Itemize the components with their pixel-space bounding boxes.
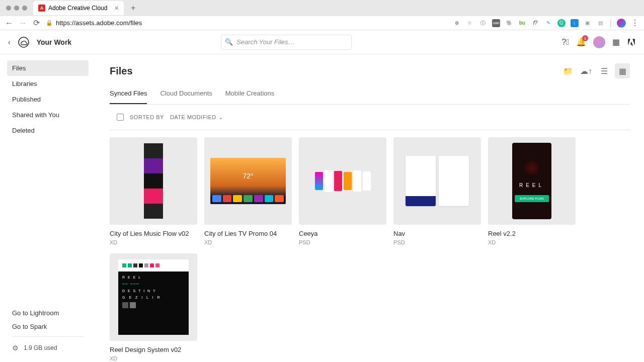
file-type: XD: [204, 239, 292, 245]
header-title: Your Work: [37, 38, 72, 46]
header-actions: ?⃝ 🔔1 ▦: [561, 36, 636, 48]
file-type: PSD: [393, 239, 481, 245]
adobe-logo-icon[interactable]: [627, 38, 636, 47]
creative-cloud-logo-icon: [18, 36, 30, 48]
file-card[interactable]: REELEXPLORE FILMS Reel v2.2 XD: [488, 137, 576, 245]
sidebar-item-deleted[interactable]: Deleted: [7, 123, 89, 138]
extension-1-icon[interactable]: 1680: [492, 19, 500, 27]
sort-label: SORTED BY: [130, 114, 164, 120]
sort-value-text: DATE MODIFIED: [170, 114, 216, 120]
extension-7-icon[interactable]: ▤: [597, 19, 605, 27]
tab-mobile-creations[interactable]: Mobile Creations: [225, 85, 275, 104]
forward-button[interactable]: →: [19, 19, 27, 28]
url-input[interactable]: 🔒 https://assets.adobe.com/files: [46, 19, 447, 27]
address-bar: ← → ⟳ 🔒 https://assets.adobe.com/files ⊕…: [0, 16, 644, 30]
file-thumbnail: [204, 137, 292, 225]
sidebar: Files Libraries Published Shared with Yo…: [0, 54, 96, 362]
browser-tab-bar: A Adobe Creative Cloud × +: [0, 0, 644, 16]
file-card[interactable]: City of Lies TV Promo 04 XD: [204, 137, 292, 245]
help-icon[interactable]: ?⃝: [561, 38, 569, 47]
search-input[interactable]: [221, 35, 352, 50]
sort-dropdown[interactable]: DATE MODIFIED ⌄: [170, 114, 223, 121]
tab-cloud-documents[interactable]: Cloud Documents: [160, 85, 212, 104]
file-card[interactable]: Ceeya PSD: [299, 137, 386, 245]
file-name: City of Lies Music Flow v02: [110, 230, 197, 237]
minimize-window-icon[interactable]: [14, 6, 19, 11]
sidebar-item-files[interactable]: Files: [7, 60, 89, 76]
info-icon[interactable]: ⓘ: [479, 19, 487, 27]
file-name: Ceeya: [299, 230, 386, 237]
extension-2-icon[interactable]: bu: [518, 19, 526, 27]
browser-tab[interactable]: A Adobe Creative Cloud ×: [33, 1, 124, 15]
file-thumbnail: R E E L━━ ━━━D E S T I N YG E Z I L I R: [110, 253, 197, 341]
reload-button[interactable]: ⟳: [33, 18, 40, 28]
upload-icon[interactable]: ☁︎↑: [579, 63, 594, 78]
tab-label: Mobile Creations: [225, 89, 275, 97]
notifications-icon[interactable]: 🔔1: [576, 37, 586, 47]
sidebar-link-spark[interactable]: Go to Spark: [7, 320, 89, 333]
back-chevron-icon[interactable]: ‹: [8, 38, 11, 46]
browser-menu-icon[interactable]: ⋮: [631, 18, 639, 28]
file-type: PSD: [299, 239, 386, 245]
folder-icon[interactable]: 📁: [560, 63, 576, 78]
file-card[interactable]: Nav PSD: [393, 137, 481, 245]
sidebar-item-libraries[interactable]: Libraries: [7, 76, 89, 92]
link-label: Go to Spark: [12, 323, 47, 330]
file-name: City of Lies TV Promo 04: [204, 230, 292, 237]
lock-icon: 🔒: [46, 20, 53, 26]
file-card[interactable]: City of Lies Music Flow v02 XD: [110, 137, 197, 245]
file-thumbnail: [299, 137, 386, 225]
tab-label: Cloud Documents: [160, 89, 212, 97]
sidebar-label: Files: [12, 64, 26, 72]
list-view-icon[interactable]: ☰: [597, 63, 612, 78]
content-header: Files 📁 ☁︎↑ ☰ ▦: [110, 63, 630, 78]
file-card[interactable]: R E E L━━ ━━━D E S T I N YG E Z I L I R …: [110, 253, 197, 361]
search-container: 🔍: [221, 35, 352, 50]
sidebar-label: Published: [12, 96, 41, 103]
file-type: XD: [110, 355, 197, 361]
back-button[interactable]: ←: [5, 19, 13, 28]
extension-4-icon[interactable]: ✎: [544, 19, 552, 27]
select-all-checkbox[interactable]: [117, 114, 124, 121]
grid-view-icon[interactable]: ▦: [615, 63, 630, 78]
file-name: Reel v2.2: [488, 230, 576, 237]
file-type: XD: [110, 239, 197, 245]
star-icon[interactable]: ☆: [466, 19, 474, 27]
tab-title: Adobe Creative Cloud: [48, 5, 107, 12]
sort-row: SORTED BY DATE MODIFIED ⌄: [110, 105, 630, 130]
tab-synced-files[interactable]: Synced Files: [110, 85, 147, 104]
close-tab-icon[interactable]: ×: [115, 4, 119, 12]
new-tab-button[interactable]: +: [128, 4, 138, 13]
browser-chrome: A Adobe Creative Cloud × + ← → ⟳ 🔒 https…: [0, 0, 644, 30]
extension-6-icon[interactable]: ▣: [584, 19, 592, 27]
extension-5-icon[interactable]: ↓: [571, 19, 579, 27]
maximize-window-icon[interactable]: [22, 6, 27, 11]
tab-label: Synced Files: [110, 89, 147, 97]
content-area: Files 📁 ☁︎↑ ☰ ▦ Synced Files Cloud Docum…: [96, 54, 644, 362]
sidebar-link-lightroom[interactable]: Go to Lightroom: [7, 306, 89, 320]
adobe-favicon-icon: A: [38, 5, 45, 12]
sidebar-item-published[interactable]: Published: [7, 92, 89, 107]
files-grid: City of Lies Music Flow v02 XD City of L…: [110, 137, 630, 361]
extension-icons: ⊕ ☆ ⓘ 1680 🐘 bu f? ✎ G ↓ ▣ ▤ | ⋮: [453, 18, 639, 28]
apps-grid-icon[interactable]: ▦: [612, 37, 620, 47]
evernote-icon[interactable]: 🐘: [505, 19, 513, 27]
divider: [12, 336, 84, 337]
user-avatar[interactable]: [593, 36, 605, 48]
extension-3-icon[interactable]: f?: [531, 19, 539, 27]
zoom-icon[interactable]: ⊕: [453, 19, 461, 27]
storage-text: 1.9 GB used: [24, 344, 57, 351]
sidebar-item-shared[interactable]: Shared with You: [7, 107, 89, 123]
window-controls[interactable]: [4, 6, 29, 11]
main-layout: Files Libraries Published Shared with Yo…: [0, 54, 644, 362]
gear-icon: ⚙: [12, 344, 19, 352]
close-window-icon[interactable]: [6, 6, 11, 11]
profile-avatar-icon[interactable]: [617, 19, 626, 28]
grammarly-icon[interactable]: G: [557, 19, 566, 27]
file-thumbnail: [393, 137, 481, 225]
file-type: XD: [488, 239, 576, 245]
chevron-down-icon: ⌄: [218, 114, 223, 121]
file-name: Nav: [393, 230, 481, 237]
sidebar-label: Shared with You: [12, 111, 59, 119]
storage-info[interactable]: ⚙ 1.9 GB used: [7, 340, 89, 356]
